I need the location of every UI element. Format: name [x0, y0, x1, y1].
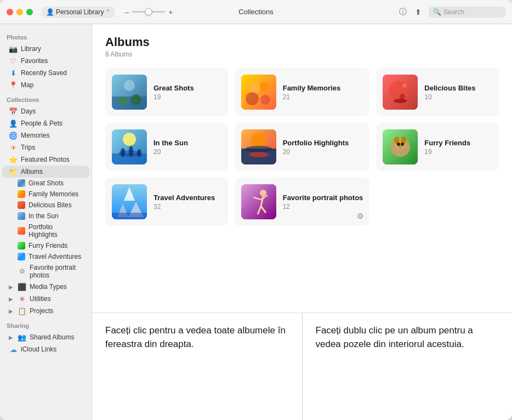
gear-icon[interactable]: ⚙	[357, 212, 364, 220]
projects-icon: 📋	[18, 307, 26, 315]
album-count-furry: 19	[424, 148, 492, 156]
svg-rect-2	[112, 97, 147, 110]
expand-icon-projects: ▶	[9, 308, 13, 314]
expand-icon-shared: ▶	[9, 334, 13, 340]
furry-sub-icon	[18, 242, 25, 249]
svg-point-42	[260, 190, 266, 196]
album-card-travel[interactable]: Travel Adventures 32	[105, 178, 228, 226]
album-info-great-shots: Great Shots 19	[153, 84, 221, 101]
close-button[interactable]	[7, 9, 13, 15]
minimize-button[interactable]	[16, 9, 23, 15]
thumb-image-delicious	[383, 75, 418, 110]
zoom-minus-icon[interactable]: –	[124, 8, 129, 16]
sidebar-label-albums: Albums	[21, 168, 43, 175]
library-icon: 📷	[9, 44, 18, 53]
album-thumb-delicious	[383, 75, 418, 110]
sidebar-item-albums[interactable]: 📁 Albums	[2, 166, 89, 178]
album-name-sun: In the Sun	[153, 139, 221, 147]
memories-icon: 🌀	[9, 131, 18, 140]
annotation-right: Faceți dublu clic pe un album pentru a v…	[303, 313, 513, 420]
sidebar-sub-in-the-sun[interactable]: In the Sun	[2, 211, 89, 222]
content-area: Albums 8 Albums	[92, 24, 512, 313]
album-card-great-shots[interactable]: Great Shots 19	[105, 68, 228, 116]
album-card-furry-friends[interactable]: Furry Friends 19	[376, 123, 499, 171]
thumb-image-portfolio	[241, 129, 276, 164]
sidebar-label-shared-albums: Shared Albums	[30, 333, 74, 341]
titlebar-title: Collections	[238, 8, 274, 16]
sidebar-sub-portrait[interactable]: ⚙ Favorite portrait photos	[2, 262, 89, 281]
sidebar-item-featured[interactable]: ⭐ Featured Photos	[2, 154, 89, 166]
album-count-family: 21	[283, 93, 363, 101]
sidebar-item-projects[interactable]: ▶ 📋 Projects	[2, 305, 89, 317]
library-selector[interactable]: 👤 Personal Library ⌃	[42, 7, 115, 18]
annotation-left-text: Faceți clic pentru a vedea toate albumel…	[105, 324, 289, 351]
album-count-portfolio: 20	[283, 148, 363, 156]
sidebar-item-days[interactable]: 📅 Days	[2, 105, 89, 117]
sidebar-sub-travel[interactable]: Travel Adventures	[2, 251, 89, 262]
annotation-left: Faceți clic pentru a vedea toate albumel…	[92, 313, 303, 420]
sidebar-item-library[interactable]: 📷 Library	[2, 43, 89, 55]
sidebar-sub-family-memories[interactable]: Family Memories	[2, 189, 89, 200]
album-info-furry: Furry Friends 19	[424, 139, 492, 156]
people-icon: 👤	[9, 119, 18, 128]
album-count: 8 Albums	[105, 50, 499, 58]
sidebar-item-recently-saved[interactable]: ⬇ Recently Saved	[2, 67, 89, 79]
album-card-delicious-bites[interactable]: Delicious Bites 10	[376, 68, 499, 116]
svg-point-7	[260, 82, 269, 91]
album-name-great-shots: Great Shots	[153, 84, 221, 92]
sidebar-item-media-types[interactable]: ▶ ⬛ Media Types	[2, 281, 89, 293]
sidebar-item-trips[interactable]: ✈ Trips	[2, 141, 89, 154]
album-card-portrait[interactable]: Favorite portrait photos 12 ⚙	[235, 178, 370, 226]
sidebar-item-people-pets[interactable]: 👤 People & Pets	[2, 117, 89, 129]
album-name-portfolio: Portfolio Highlights	[283, 139, 363, 147]
album-card-in-the-sun[interactable]: In the Sun 20	[105, 123, 228, 171]
album-count-great-shots: 19	[153, 93, 221, 101]
album-thumb-travel	[112, 184, 147, 219]
search-bar[interactable]: 🔍 Search	[429, 7, 505, 18]
sidebar-item-memories[interactable]: 🌀 Memories	[2, 129, 89, 141]
svg-rect-40	[112, 213, 147, 219]
album-card-portfolio[interactable]: Portfolio Highlights 20	[235, 123, 370, 171]
svg-point-17	[123, 133, 136, 146]
sidebar-sub-delicious-bites[interactable]: Delicious Bites	[2, 200, 89, 211]
album-thumb-furry	[383, 129, 418, 164]
svg-point-27	[249, 152, 269, 157]
thumb-image-travel	[112, 184, 147, 219]
albums-icon: 📁	[9, 167, 18, 176]
sidebar-sub-label-portrait: Favorite portrait photos	[30, 264, 83, 279]
shared-icon: 👥	[18, 333, 26, 342]
svg-point-26	[245, 146, 272, 152]
album-thumb-sun	[112, 129, 147, 164]
zoom-slider[interactable]	[132, 11, 165, 13]
annotation-area: Faceți clic pentru a vedea toate albumel…	[92, 313, 512, 420]
album-name-portrait: Favorite portrait photos	[283, 194, 363, 202]
thumb-image-portrait	[241, 184, 276, 219]
download-icon: ⬇	[9, 69, 18, 77]
sidebar-item-shared-albums[interactable]: ▶ 👥 Shared Albums	[2, 331, 89, 343]
svg-point-15	[394, 99, 407, 103]
info-icon[interactable]: ⓘ	[398, 7, 408, 17]
album-thumb-portrait	[241, 184, 276, 219]
sidebar-sub-great-shots[interactable]: Great Shots	[2, 178, 89, 189]
album-info-portfolio: Portfolio Highlights 20	[283, 139, 363, 156]
sidebar-item-utilities[interactable]: ▶ ✳ Utilities	[2, 293, 89, 305]
sidebar-sub-portfolio[interactable]: Portfolio Highlights	[2, 222, 89, 240]
section-label-collections: Collections	[0, 91, 92, 105]
album-card-family-memories[interactable]: Family Memories 21	[235, 68, 370, 116]
person-icon: 👤	[46, 8, 54, 16]
thumb-image-family	[241, 75, 276, 110]
gear-sub-icon: ⚙	[18, 267, 26, 276]
maximize-button[interactable]	[26, 9, 33, 15]
featured-icon: ⭐	[9, 155, 18, 164]
album-info-travel: Travel Adventures 32	[153, 194, 221, 211]
album-count-delicious: 10	[424, 93, 492, 101]
sidebar-item-map[interactable]: 📍 Map	[2, 79, 89, 91]
sidebar-sub-label-sun: In the Sun	[29, 212, 59, 220]
share-icon[interactable]: ⬆	[413, 7, 423, 17]
sidebar-sub-furry[interactable]: Furry Friends	[2, 240, 89, 251]
sidebar-item-favorites[interactable]: ♡ Favorites	[2, 55, 89, 67]
sidebar-item-icloud-links[interactable]: ☁ iCloud Links	[2, 343, 89, 355]
sidebar: Photos 📷 Library ♡ Favorites ⬇ Recently …	[0, 24, 92, 420]
sidebar-label-icloud-links: iCloud Links	[21, 345, 56, 353]
zoom-plus-icon[interactable]: +	[168, 8, 173, 16]
